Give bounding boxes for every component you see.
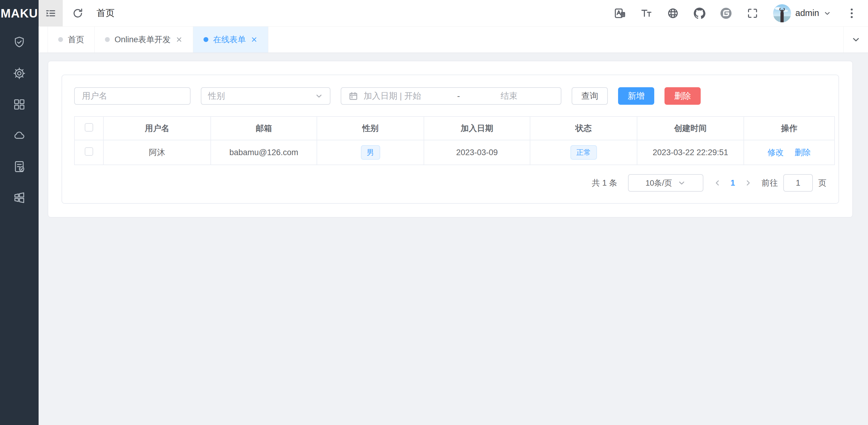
- query-button[interactable]: 查询: [571, 87, 608, 105]
- sidebar-menu: [0, 27, 39, 213]
- column-header: 加入日期: [424, 116, 530, 140]
- expand-menu-icon: [44, 7, 57, 19]
- main-column: 首页: [39, 0, 868, 425]
- header-actions: admin: [614, 4, 868, 22]
- sidebar-item-security[interactable]: [0, 27, 39, 58]
- avatar: [773, 4, 791, 22]
- font-size-icon: [640, 7, 652, 19]
- email-cell: babamu@126.com: [211, 140, 317, 165]
- join-date-range-picker[interactable]: 加入日期 | 开始 - 结束: [341, 87, 561, 105]
- page-content: 性别 加入日期 | 开始 - 结束 查询: [39, 53, 868, 425]
- close-icon[interactable]: [176, 36, 183, 43]
- prev-page-button[interactable]: [714, 179, 721, 187]
- next-page-button[interactable]: [744, 179, 752, 187]
- chevron-down-icon: [678, 179, 686, 187]
- fullscreen-button[interactable]: [746, 7, 758, 19]
- chevron-down-icon: [851, 35, 861, 45]
- table-header-row: 用户名 邮箱 性别 加入日期 状态 创建时间 操作: [74, 116, 835, 140]
- gear-icon: [13, 67, 26, 80]
- column-header: 用户名: [103, 116, 211, 140]
- tab-label: 在线表单: [213, 34, 246, 45]
- tab-online-form-dev[interactable]: Online表单开发: [95, 27, 193, 53]
- shield-check-icon: [13, 36, 26, 49]
- join-date-cell: 2023-03-09: [424, 140, 530, 165]
- document-check-icon: [13, 160, 26, 173]
- github-button[interactable]: [693, 7, 706, 19]
- created-cell: 2023-03-22 22:29:51: [637, 140, 744, 165]
- github-icon: [693, 7, 706, 19]
- tab-spacer: [268, 27, 843, 53]
- tab-label: 首页: [68, 34, 84, 45]
- fullscreen-icon: [746, 7, 758, 19]
- sidebar-item-layout[interactable]: [0, 182, 39, 213]
- delete-button[interactable]: 删除: [664, 87, 701, 105]
- top-header: 首页: [39, 0, 868, 27]
- search-toolbar: 性别 加入日期 | 开始 - 结束 查询: [74, 87, 827, 105]
- refresh-button[interactable]: [72, 7, 84, 19]
- inner-card: 性别 加入日期 | 开始 - 结束 查询: [62, 75, 839, 204]
- gender-tag: 男: [361, 145, 380, 159]
- user-menu[interactable]: admin: [773, 4, 831, 22]
- sidebar-toggle-button[interactable]: [39, 0, 63, 27]
- cloud-icon: [13, 129, 26, 142]
- column-header: 邮箱: [211, 116, 317, 140]
- page-size-value: 10条/页: [646, 178, 672, 188]
- actions-cell: 修改 删除: [744, 140, 835, 165]
- chevron-down-icon: [315, 92, 323, 100]
- app-root: MAKU: [0, 0, 868, 425]
- kebab-menu-icon: [846, 7, 858, 19]
- edit-link[interactable]: 修改: [768, 148, 784, 157]
- globe-icon: [667, 7, 679, 19]
- status-badge: 正常: [570, 145, 597, 159]
- gender-select-placeholder: 性别: [208, 90, 315, 102]
- more-options-button[interactable]: [846, 7, 858, 19]
- username-input[interactable]: [74, 87, 190, 105]
- gitee-icon: [720, 7, 732, 19]
- tab-home[interactable]: 首页: [48, 27, 95, 53]
- language-button[interactable]: [667, 7, 679, 19]
- tab-dot: [204, 37, 208, 42]
- row-checkbox[interactable]: [85, 147, 93, 156]
- date-separator: -: [453, 91, 465, 101]
- sidebar-item-settings[interactable]: [0, 58, 39, 89]
- select-all-checkbox[interactable]: [85, 123, 93, 132]
- column-header: 创建时间: [637, 116, 744, 140]
- total-count-label: 共 1 条: [592, 177, 617, 188]
- tab-online-form[interactable]: 在线表单: [193, 27, 268, 53]
- select-all-cell: [74, 116, 103, 140]
- date-end-placeholder: 结束: [465, 90, 554, 102]
- sidebar-item-apps[interactable]: [0, 89, 39, 120]
- column-header: 操作: [744, 116, 835, 140]
- gitee-button[interactable]: [720, 7, 732, 19]
- refresh-icon: [72, 7, 84, 19]
- row-select-cell: [74, 140, 103, 165]
- username-cell: 阿沐: [103, 140, 211, 165]
- calendar-icon: [348, 91, 358, 101]
- font-size-button[interactable]: [640, 7, 652, 19]
- data-table: 用户名 邮箱 性别 加入日期 状态 创建时间 操作: [74, 116, 835, 165]
- app-logo: MAKU: [0, 0, 39, 27]
- outer-card: 性别 加入日期 | 开始 - 结束 查询: [48, 61, 853, 218]
- tab-label: Online表单开发: [115, 34, 170, 45]
- translate-button[interactable]: [614, 7, 626, 19]
- sidebar-item-cloud[interactable]: [0, 120, 39, 151]
- tab-bar: 首页 Online表单开发 在线表单: [39, 27, 868, 53]
- layout-icon: [13, 191, 26, 204]
- page-unit-label: 页: [818, 177, 827, 188]
- tab-list-dropdown-button[interactable]: [843, 27, 868, 53]
- chevron-down-icon: [824, 9, 831, 17]
- close-icon[interactable]: [251, 36, 258, 43]
- delete-link[interactable]: 删除: [795, 148, 811, 157]
- tab-dot: [58, 37, 63, 42]
- sidebar-item-form[interactable]: [0, 151, 39, 182]
- page-size-select[interactable]: 10条/页: [628, 174, 703, 192]
- current-page-number[interactable]: 1: [731, 178, 735, 188]
- column-header: 性别: [317, 116, 424, 140]
- tab-dot: [105, 37, 110, 42]
- translate-icon: [614, 7, 626, 19]
- add-button[interactable]: 新增: [618, 87, 654, 105]
- goto-page-input[interactable]: [783, 174, 813, 192]
- status-cell: 正常: [530, 140, 637, 165]
- gender-select[interactable]: 性别: [201, 87, 331, 105]
- gender-cell: 男: [317, 140, 424, 165]
